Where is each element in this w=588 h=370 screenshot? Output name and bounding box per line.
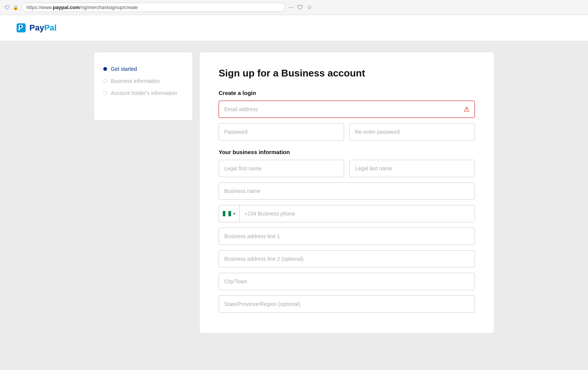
city-group [219, 273, 475, 290]
sidebar-item-business-information[interactable]: Business information [103, 75, 183, 87]
shield-icon: 🛡 [5, 5, 10, 11]
url-text: https://www.paypal.com/ng/merchantsignup… [26, 5, 138, 10]
browser-bar: 🛡 🔒 https://www.paypal.com/ng/merchantsi… [0, 0, 588, 15]
address-line1-field[interactable] [219, 228, 475, 245]
business-phone-field[interactable] [240, 205, 475, 222]
sidebar-item-account-holder[interactable]: Account holder's information [103, 87, 183, 99]
pocket-icon[interactable]: 🛡 [297, 4, 303, 11]
password-row [219, 123, 475, 141]
name-row [219, 160, 475, 177]
sidebar-item-label-account-holder: Account holder's information [111, 90, 177, 96]
email-field-wrapper: ⚠ [219, 101, 475, 118]
browser-actions: ··· 🛡 ☆ [288, 4, 312, 11]
chevron-down-icon: ▾ [233, 211, 236, 216]
warning-icon: ⚠ [464, 105, 470, 113]
url-bar[interactable]: https://www.paypal.com/ng/merchantsignup… [21, 3, 285, 12]
header: PayPal [0, 15, 588, 41]
legal-first-name-field[interactable] [219, 160, 344, 177]
business-name-field[interactable] [219, 182, 475, 200]
phone-country-selector[interactable]: ▾ [219, 205, 240, 222]
address-line2-field[interactable] [219, 250, 475, 268]
legal-last-name-field[interactable] [349, 160, 475, 177]
state-field[interactable] [219, 295, 475, 313]
dot-active-icon [103, 67, 107, 71]
main-content: Get started Business information Account… [87, 52, 501, 333]
sidebar: Get started Business information Account… [94, 52, 192, 120]
paypal-logo-text: PayPal [29, 23, 57, 33]
state-group [219, 295, 475, 313]
more-icon[interactable]: ··· [288, 4, 293, 11]
form-card: Sign up for a Business account Create a … [200, 52, 494, 333]
form-title: Sign up for a Business account [219, 67, 475, 79]
lock-icon: 🔒 [13, 5, 18, 10]
reenter-password-field[interactable] [349, 123, 475, 141]
nigeria-flag [223, 211, 231, 216]
bookmark-icon[interactable]: ☆ [307, 4, 312, 11]
phone-wrapper: ▾ [219, 205, 475, 222]
business-info-section: Your business information [219, 149, 475, 313]
email-field[interactable] [219, 101, 475, 118]
login-section-label: Create a login [219, 90, 475, 96]
dot-inactive-icon-2 [103, 91, 107, 95]
flag-green-right [228, 211, 231, 216]
sidebar-item-label-get-started: Get started [111, 66, 137, 72]
sidebar-item-label-business: Business information [111, 78, 160, 84]
url-path: /ng/merchantsignup/create [80, 5, 138, 10]
city-field[interactable] [219, 273, 475, 290]
business-name-group [219, 182, 475, 200]
business-section-label: Your business information [219, 149, 475, 155]
address-line2-group [219, 250, 475, 268]
address-line1-group [219, 228, 475, 245]
url-domain: paypal.com [53, 5, 80, 10]
page-wrapper: PayPal Get started Business information … [0, 15, 588, 370]
paypal-logo: PayPal [15, 22, 573, 34]
dot-inactive-icon-1 [103, 79, 107, 83]
sidebar-item-get-started[interactable]: Get started [103, 63, 183, 75]
paypal-logo-icon [15, 22, 27, 34]
flag-white-center [225, 211, 228, 216]
password-field[interactable] [219, 123, 344, 141]
flag-green-left [223, 211, 225, 216]
